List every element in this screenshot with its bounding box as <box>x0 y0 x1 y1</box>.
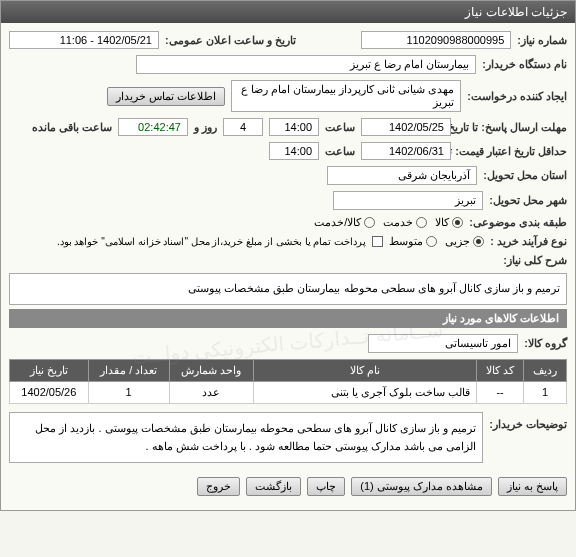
footer-buttons: پاسخ به نیاز مشاهده مدارک پیوستی (1) چاپ… <box>9 471 567 502</box>
time-left-field: 02:42:47 <box>118 118 188 136</box>
radio-partial-label: جزیی <box>445 235 470 248</box>
th-qty: تعداد / مقدار <box>88 359 169 381</box>
td-unit: عدد <box>169 381 253 403</box>
req-number-field: 1102090988000995 <box>361 31 511 49</box>
radio-medium-label: متوسط <box>389 235 423 248</box>
days-left-field: 4 <box>223 118 263 136</box>
radio-khadamat-label: خدمت <box>383 216 413 229</box>
process-label: نوع فرآیند خرید : <box>490 235 567 248</box>
category-label: طبقه بندی موضوعی: <box>469 216 567 229</box>
table-row[interactable]: 1 -- قالب ساخت بلوک آجری یا بتنی عدد 1 1… <box>10 381 567 403</box>
td-qty: 1 <box>88 381 169 403</box>
general-desc-box: ترمیم و باز سازی کانال آبرو های سطحی محو… <box>9 273 567 305</box>
day-and-label: روز و <box>194 121 217 134</box>
general-desc-label: شرح کلی نیاز: <box>503 254 567 267</box>
back-button[interactable]: بازگشت <box>246 477 301 496</box>
th-code: کد کالا <box>476 359 523 381</box>
td-name: قالب ساخت بلوک آجری یا بتنی <box>254 381 477 403</box>
th-date: تاریخ نیاز <box>10 359 89 381</box>
creator-field: مهدی شیانی ثانی کارپرداز بیمارستان امام … <box>231 80 461 112</box>
radio-dot-icon <box>364 217 375 228</box>
exit-button[interactable]: خروج <box>197 477 240 496</box>
radio-kala-label: کالا <box>435 216 449 229</box>
buyer-org-field: بیمارستان امام رضا ع تبریز <box>136 55 476 74</box>
details-window: جزئیات اطلاعات نیاز شماره نیاز: 11020909… <box>0 0 576 511</box>
deadline-date-field: 1402/05/25 <box>361 118 451 136</box>
radio-partial[interactable]: جزیی <box>445 235 484 248</box>
buyer-org-label: نام دستگاه خریدار: <box>482 58 567 71</box>
radio-dot-icon <box>473 236 484 247</box>
validity-date-field: 1402/06/31 <box>361 142 451 160</box>
radio-dot-icon <box>416 217 427 228</box>
contact-info-button[interactable]: اطلاعات تماس خریدار <box>107 87 225 106</box>
radio-kala-khadamat-label: کالا/خدمت <box>314 216 361 229</box>
window-titlebar: جزئیات اطلاعات نیاز <box>1 1 575 23</box>
respond-button[interactable]: پاسخ به نیاز <box>498 477 567 496</box>
time-left-suffix: ساعت باقی مانده <box>32 121 112 134</box>
creator-label: ایجاد کننده درخواست: <box>467 90 567 103</box>
city-field: تبریز <box>333 191 483 210</box>
window-title: جزئیات اطلاعات نیاز <box>465 5 567 19</box>
th-name: نام کالا <box>254 359 477 381</box>
payment-note: پرداخت تمام یا بخشی از مبلغ خرید،از محل … <box>57 236 366 247</box>
table-header-row: ردیف کد کالا نام کالا واحد شمارش تعداد /… <box>10 359 567 381</box>
radio-dot-icon <box>452 217 463 228</box>
city-label: شهر محل تحویل: <box>489 194 567 207</box>
attachments-button[interactable]: مشاهده مدارک پیوستی (1) <box>351 477 492 496</box>
announce-label: تاریخ و ساعت اعلان عمومی: <box>165 34 296 47</box>
radio-kala[interactable]: کالا <box>435 216 463 229</box>
time-label-1: ساعت <box>325 121 355 134</box>
province-field: آذربایجان شرقی <box>327 166 477 185</box>
group-label: گروه کالا: <box>524 337 567 350</box>
items-section-header: اطلاعات کالاهای مورد نیاز <box>9 309 567 328</box>
radio-kala-khadamat[interactable]: کالا/خدمت <box>314 216 375 229</box>
category-radio-group: کالا خدمت کالا/خدمت <box>314 216 463 229</box>
process-radio-group: جزیی متوسط <box>389 235 484 248</box>
td-date: 1402/05/26 <box>10 381 89 403</box>
deadline-label: مهلت ارسال پاسخ: تا تاریخ: <box>457 121 567 134</box>
radio-dot-icon <box>426 236 437 247</box>
td-code: -- <box>476 381 523 403</box>
province-label: استان محل تحویل: <box>483 169 567 182</box>
time-label-2: ساعت <box>325 145 355 158</box>
th-unit: واحد شمارش <box>169 359 253 381</box>
radio-medium[interactable]: متوسط <box>389 235 437 248</box>
announce-field: 1402/05/21 - 11:06 <box>9 31 159 49</box>
group-field: امور تاسیساتی <box>368 334 518 353</box>
td-idx: 1 <box>524 381 567 403</box>
payment-checkbox[interactable] <box>372 236 383 247</box>
validity-time-field: 14:00 <box>269 142 319 160</box>
buyer-notes-box: ترمیم و باز سازی کانال آبرو های سطحی محو… <box>9 412 483 463</box>
items-table: ردیف کد کالا نام کالا واحد شمارش تعداد /… <box>9 359 567 404</box>
req-number-label: شماره نیاز: <box>517 34 567 47</box>
th-idx: ردیف <box>524 359 567 381</box>
buyer-notes-label: توضیحات خریدار: <box>489 412 567 431</box>
radio-khadamat[interactable]: خدمت <box>383 216 427 229</box>
validity-label: حداقل تاریخ اعتبار قیمت: تا تاریخ: <box>457 145 567 158</box>
deadline-time-field: 14:00 <box>269 118 319 136</box>
print-button[interactable]: چاپ <box>307 477 345 496</box>
content-area: شماره نیاز: 1102090988000995 تاریخ و ساع… <box>1 23 575 510</box>
